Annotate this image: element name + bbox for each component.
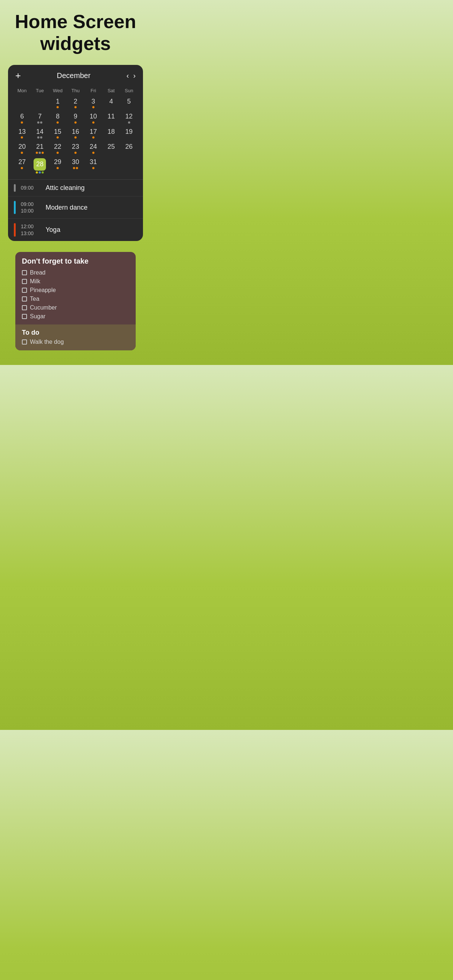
- calendar-cell[interactable]: 12: [120, 111, 138, 126]
- checkbox-icon[interactable]: [22, 305, 27, 310]
- calendar-cell[interactable]: 14: [31, 127, 49, 141]
- calendar-cell-dots: [92, 152, 94, 154]
- orange-dot: [92, 152, 94, 154]
- calendar-cell[interactable]: 28: [31, 157, 49, 176]
- calendar-cell[interactable]: 15: [49, 127, 67, 141]
- calendar-date-number: 25: [108, 143, 115, 151]
- orange-dot: [76, 167, 78, 169]
- calendar-cell[interactable]: 3: [84, 96, 102, 111]
- calendar-date-number: 27: [18, 158, 26, 166]
- calendar-week: 20212223242526: [13, 142, 138, 156]
- calendar-next-button[interactable]: ›: [133, 72, 136, 80]
- list-item[interactable]: Walk the dog: [22, 339, 129, 345]
- calendar-cell[interactable]: 27: [13, 157, 31, 176]
- event-time-column: 09:00: [21, 184, 40, 192]
- orange-dot: [57, 167, 59, 169]
- calendar-cell[interactable]: 6: [13, 111, 31, 126]
- list-item[interactable]: Tea: [22, 294, 129, 303]
- yellow-dot: [36, 171, 38, 173]
- calendar-cell-dots: [57, 152, 59, 154]
- calendar-cell[interactable]: 21: [31, 142, 49, 156]
- orange-dot: [21, 121, 23, 124]
- event-end-time: 10:00: [21, 207, 40, 214]
- calendar-cell-dots: [74, 136, 77, 139]
- calendar-cell: ·: [31, 96, 49, 111]
- checkbox-icon[interactable]: [22, 279, 27, 284]
- calendar-cell[interactable]: 17: [84, 127, 102, 141]
- calendar-cell[interactable]: 25: [102, 142, 120, 156]
- checkbox-icon[interactable]: [22, 339, 27, 345]
- event-start-time: 12:00: [21, 223, 40, 230]
- calendar-cell-dots: [57, 121, 59, 124]
- list-item[interactable]: Milk: [22, 277, 129, 286]
- calendar-cell[interactable]: 29: [49, 157, 67, 176]
- calendar-cell[interactable]: 11: [102, 111, 120, 126]
- event-row[interactable]: 09:0010:00Modern dance: [8, 197, 143, 219]
- event-row[interactable]: 12:0013:00Yoga: [8, 219, 143, 240]
- calendar-week: 6789101112: [13, 111, 138, 126]
- list-item[interactable]: Cucumber: [22, 303, 129, 312]
- calendar-cell[interactable]: 1: [49, 96, 67, 111]
- calendar-cell[interactable]: 24: [84, 142, 102, 156]
- calendar-cell: ·: [102, 157, 120, 176]
- calendar-cell: ·: [13, 96, 31, 111]
- calendar-date-number: 4: [109, 98, 113, 106]
- calendar-date-number: 2: [74, 98, 77, 106]
- day-label-thu: Thu: [67, 86, 85, 95]
- calendar-cell-dots: [21, 136, 23, 139]
- calendar-cell[interactable]: 20: [13, 142, 31, 156]
- checkbox-icon[interactable]: [22, 314, 27, 319]
- day-label-wed: Wed: [49, 86, 67, 95]
- calendar-cell[interactable]: 22: [49, 142, 67, 156]
- checkbox-icon[interactable]: [22, 288, 27, 293]
- orange-dot: [74, 152, 77, 154]
- calendar-cell[interactable]: 31: [84, 157, 102, 176]
- add-event-button[interactable]: +: [15, 70, 21, 81]
- calendar-date-number: 29: [54, 158, 61, 166]
- calendar-cell[interactable]: 10: [84, 111, 102, 126]
- shopping-item-label: Cucumber: [30, 304, 57, 311]
- checkbox-icon[interactable]: [22, 296, 27, 302]
- calendar-cell[interactable]: 26: [120, 142, 138, 156]
- calendar-cell[interactable]: 4: [102, 96, 120, 111]
- event-row[interactable]: 09:00Attic cleaning: [8, 180, 143, 197]
- calendar-cell[interactable]: 13: [13, 127, 31, 141]
- calendar-cell[interactable]: 5: [120, 96, 138, 111]
- calendar-cell-dots: [57, 106, 59, 109]
- calendar-date-number: 20: [18, 143, 26, 151]
- calendar-cell-dots: [37, 121, 42, 124]
- calendar-date-number: 9: [74, 113, 77, 121]
- day-label-sun: Sun: [120, 86, 138, 95]
- checkbox-icon[interactable]: [22, 270, 27, 275]
- calendar-cell: ·: [120, 157, 138, 176]
- list-item[interactable]: Bread: [22, 268, 129, 277]
- calendar-cell[interactable]: 23: [67, 142, 85, 156]
- calendar-cell[interactable]: 2: [67, 96, 85, 111]
- calendar-cell[interactable]: 16: [67, 127, 85, 141]
- orange-dot: [57, 136, 59, 138]
- gray-dot: [39, 152, 41, 154]
- calendar-cell[interactable]: 8: [49, 111, 67, 126]
- calendar-header: + December ‹ ›: [8, 65, 143, 85]
- calendar-cell-dots: [92, 121, 94, 124]
- day-label-fri: Fri: [84, 86, 102, 95]
- calendar-cell[interactable]: 7: [31, 111, 49, 126]
- calendar-cell-dots: [36, 171, 44, 174]
- calendar-cell[interactable]: 19: [120, 127, 138, 141]
- calendar-cell[interactable]: 18: [102, 127, 120, 141]
- calendar-cell[interactable]: 9: [67, 111, 85, 126]
- calendar-date-number: 31: [90, 158, 97, 166]
- calendar-date-number: 5: [127, 98, 131, 106]
- orange-dot: [92, 121, 94, 124]
- list-item[interactable]: Pineapple: [22, 286, 129, 294]
- calendar-prev-button[interactable]: ‹: [126, 72, 129, 80]
- calendar-cell-dots: [92, 136, 94, 139]
- list-item[interactable]: Sugar: [22, 312, 129, 321]
- calendar-week: ··12345: [13, 96, 138, 111]
- todo-section: To do Walk the dog: [15, 325, 136, 350]
- calendar-date-number: 6: [20, 113, 24, 121]
- calendar-cell[interactable]: 30: [67, 157, 85, 176]
- orange-dot: [74, 121, 77, 124]
- shopping-item-label: Milk: [30, 278, 40, 285]
- day-label-mon: Mon: [13, 86, 31, 95]
